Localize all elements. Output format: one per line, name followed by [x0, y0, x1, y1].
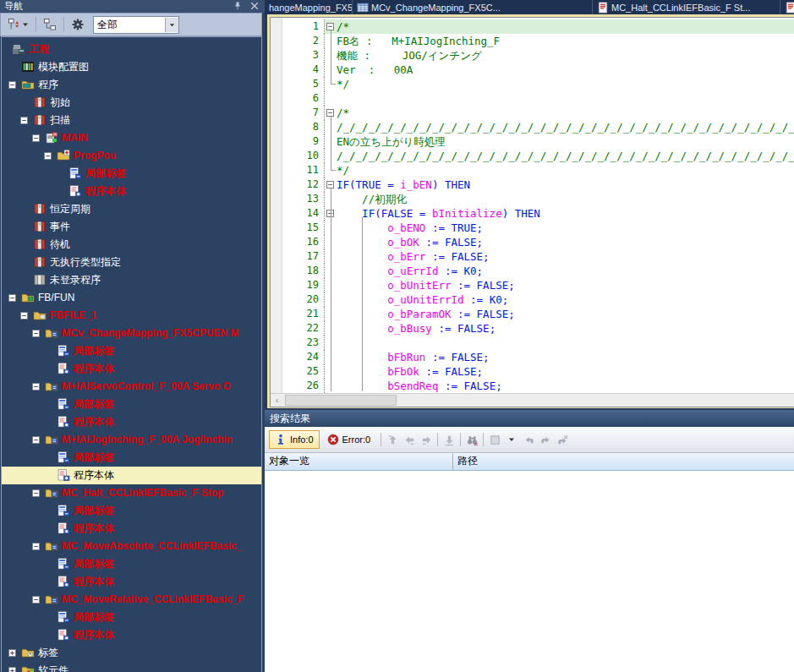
code-line: 12−IF(TRUE = i_bEN) THEN — [282, 178, 794, 192]
tree-item[interactable]: −扫描 — [2, 112, 261, 129]
pin-icon[interactable] — [233, 1, 243, 11]
scrollbar-thumb[interactable] — [285, 395, 397, 406]
stop-find-icon[interactable] — [554, 431, 571, 448]
local-label-icon — [57, 504, 70, 517]
tree-filter-dropdown[interactable]: 全部 — [93, 16, 179, 34]
collapse-box-icon[interactable]: − — [44, 152, 52, 160]
forward-icon[interactable] — [537, 431, 554, 448]
tree-item[interactable]: 局部标签 — [2, 502, 261, 520]
code-line: 11*/ — [282, 163, 794, 178]
collapse-box-icon[interactable]: − — [8, 294, 16, 302]
jump-forward-icon[interactable] — [418, 431, 435, 448]
collapse-box-icon[interactable]: − — [32, 489, 40, 497]
jump-back-icon[interactable] — [401, 431, 418, 448]
collapse-box-icon[interactable]: − — [32, 383, 40, 391]
tree-item[interactable]: −MC_MoveRelative_CCLinkIEFBasic_F — [2, 591, 261, 609]
code-line: 8/_/_/_/_/_/_/_/_/_/_/_/_/_/_/_/_/_/_/_/… — [282, 120, 794, 134]
document-tab[interactable] — [780, 0, 794, 14]
tree-item[interactable]: 程序本体 — [2, 183, 261, 200]
dropdown-arrow-button[interactable] — [165, 18, 178, 32]
find-icon[interactable] — [463, 431, 480, 448]
tree-item[interactable]: 程序本体 — [2, 360, 261, 378]
tree-item[interactable]: 无执行类型指定 — [2, 254, 261, 271]
tree-item[interactable]: 局部标签 — [2, 609, 261, 626]
tree-item[interactable]: 初始 — [2, 94, 261, 112]
collapse-box-icon[interactable]: − — [20, 117, 28, 124]
collapse-all-button[interactable] — [40, 15, 60, 34]
back-icon[interactable] — [520, 431, 537, 448]
caret-down-icon[interactable] — [503, 431, 520, 448]
search-toolbar: Info:0 Error:0 — [265, 427, 794, 453]
tree-item[interactable]: 局部标签 — [2, 342, 261, 360]
st-file-icon — [597, 2, 609, 14]
fold-guide-line — [331, 30, 336, 85]
line-number: 17 — [282, 249, 325, 264]
tree-item[interactable]: 程序本体 — [2, 467, 261, 484]
tree-item[interactable]: +软元件 — [2, 662, 261, 672]
document-tab[interactable]: hangeMapping_FX5C... — [265, 0, 353, 14]
column-header-object-list[interactable]: 对象一览 — [265, 453, 453, 470]
tree-item[interactable]: −MCv_ChangeMapping_FX5CPUEN M — [2, 325, 261, 342]
expand-box-icon[interactable]: + — [8, 649, 16, 657]
fold-collapse-icon[interactable]: − — [326, 23, 334, 30]
tree-item[interactable]: 局部标签 — [2, 555, 261, 573]
jump-up-icon[interactable] — [384, 431, 401, 448]
tree-item[interactable]: 程序本体 — [2, 573, 261, 591]
jump-last-icon[interactable] — [441, 431, 457, 448]
fold-collapse-icon[interactable]: − — [326, 181, 334, 188]
collapse-box-icon[interactable]: − — [32, 596, 40, 604]
tree-item[interactable]: −MC_Halt_CCLinkIEFBasic_F Stop — [2, 484, 261, 502]
fold-collapse-icon[interactable]: − — [326, 109, 334, 117]
tree-item[interactable]: 未登录程序 — [2, 271, 261, 289]
tree-item[interactable]: +标签 — [2, 644, 261, 662]
tree-item-label: 局部标签 — [74, 398, 114, 411]
tree-item[interactable]: 模块配置图 — [2, 58, 261, 76]
tree-item[interactable]: −M+IAIServoControl_F_00A Servo O — [2, 378, 261, 396]
tree-item[interactable]: −FBFILE_1 — [2, 307, 261, 325]
collapse-box-icon[interactable]: − — [32, 134, 40, 142]
info-filter-button[interactable]: Info:0 — [269, 430, 320, 449]
tree-item-label: 局部标签 — [74, 345, 114, 358]
collapse-box-icon[interactable]: − — [20, 312, 28, 320]
tree-item[interactable]: 局部标签 — [2, 396, 261, 413]
collapse-box-icon[interactable]: − — [32, 330, 40, 337]
tree-item[interactable]: −FB/FUN — [2, 289, 261, 307]
code-line: 24 bFbRun := FALSE; — [282, 350, 794, 364]
collapse-box-icon[interactable]: − — [32, 543, 40, 550]
search-results-body[interactable] — [265, 471, 794, 672]
settings-button[interactable] — [68, 15, 88, 34]
tree-item[interactable]: −MAIN — [2, 129, 261, 147]
tree-item[interactable]: 程序本体 — [2, 626, 261, 644]
scroll-left-arrow-icon[interactable]: ‹ — [271, 394, 283, 407]
watch-icon[interactable] — [486, 431, 503, 448]
collapse-box-icon[interactable]: − — [8, 81, 16, 89]
collapse-box-icon[interactable]: − — [32, 436, 40, 444]
horizontal-scrollbar[interactable]: ‹ — [271, 393, 794, 407]
tree-item[interactable]: 局部标签 — [2, 165, 261, 183]
line-number: 14 — [282, 206, 325, 221]
tree-display-options-button[interactable] — [4, 15, 32, 34]
tree-item[interactable]: 工程 — [2, 41, 261, 58]
tree-item[interactable]: 程序本体 — [2, 520, 261, 538]
tree-item[interactable]: −ProgPou — [2, 147, 261, 165]
error-filter-button[interactable]: Error:0 — [321, 430, 377, 449]
column-header-path[interactable]: 路径 — [453, 453, 794, 470]
line-number: 1 — [282, 19, 325, 34]
tree-item[interactable]: 事件 — [2, 218, 261, 236]
tree-item[interactable]: 程序本体 — [2, 413, 261, 431]
tree-item[interactable]: −程序 — [2, 76, 261, 94]
document-tab[interactable]: MCv_ChangeMapping_FX5C... — [353, 0, 593, 14]
tree-item[interactable]: −MC_MoveAbsolute_CCLinkIEFBasic_ — [2, 538, 261, 555]
tree-item[interactable]: 恒定周期 — [2, 200, 261, 218]
line-number: 7 — [282, 106, 325, 120]
code-line: 16 o_bOK := FALSE; — [282, 235, 794, 249]
close-icon[interactable] — [249, 1, 260, 11]
tree-item[interactable]: −M+IAIJogInching_F_00A Jog/Inchin — [2, 431, 261, 449]
tree-item[interactable]: 局部标签 — [2, 449, 261, 467]
document-tab[interactable]: MC_Halt_CCLinkIEFBasic_F St... — [593, 0, 780, 14]
program-body-icon — [57, 415, 70, 429]
code-lines[interactable]: 1−/*2FB名 : M+IAIJogInching_F3機能 : JOG/イン… — [282, 18, 794, 393]
navigation-titlebar: 导航 — [0, 0, 265, 13]
tree-item[interactable]: 待机 — [2, 236, 261, 254]
expand-box-icon[interactable]: + — [8, 667, 16, 672]
